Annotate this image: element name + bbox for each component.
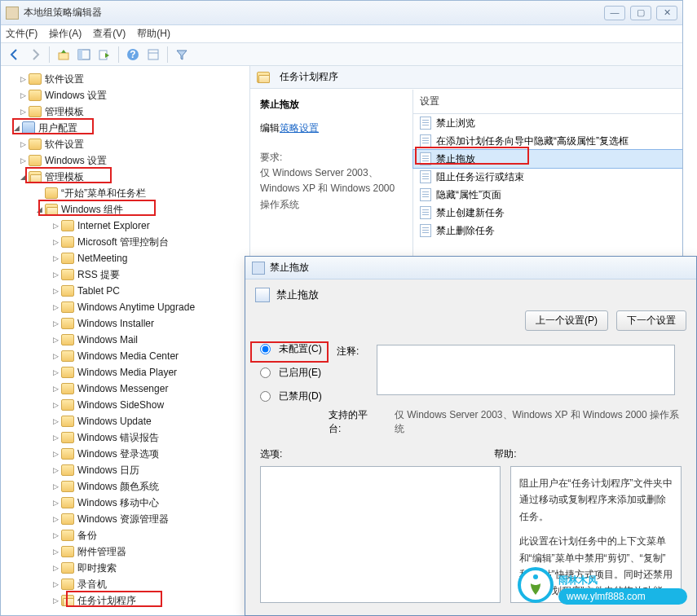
watermark: 雨林木风 www.ylmf888.com	[516, 561, 689, 609]
policy-item-icon	[420, 224, 431, 237]
tree-item[interactable]: ▷Windows 设置	[1, 152, 249, 169]
edit-label: 编辑	[260, 122, 280, 134]
policy-title: 禁止拖放	[260, 98, 403, 112]
tree-item[interactable]: ▷Windows Media Player	[1, 364, 249, 381]
svg-text:?: ?	[130, 49, 135, 60]
policy-icon	[255, 288, 270, 302]
settings-list[interactable]: 禁止浏览在添加计划任务向导中隐藏“高级属性”复选框禁止拖放阻止任务运行或结束隐藏…	[413, 114, 682, 240]
tree-item[interactable]: ▷Windows 登录选项	[1, 446, 249, 462]
tree-item[interactable]: ▷Windows 错误报告	[1, 429, 249, 446]
tree-item[interactable]: ▷Tablet PC	[1, 283, 249, 299]
tree-item[interactable]: ▷Windows Anytime Upgrade	[1, 299, 249, 315]
platform-label: 支持的平台:	[329, 408, 380, 436]
svg-rect-2	[78, 50, 82, 59]
policy-item-icon	[420, 117, 431, 130]
policy-item-icon	[420, 206, 431, 219]
tree-item[interactable]: ▷管理模板	[1, 103, 249, 120]
tree-item[interactable]: “开始”菜单和任务栏	[1, 185, 249, 201]
policy-item-icon	[420, 134, 431, 147]
tree-item[interactable]: ▷即时搜索	[1, 560, 249, 576]
tree-item[interactable]: ▷软件设置	[1, 136, 249, 152]
titlebar[interactable]: 本地组策略编辑器 — ▢ ✕	[1, 1, 682, 25]
watermark-url: www.ylmf888.com	[566, 591, 646, 602]
tree-item[interactable]: ▷软件设置	[1, 71, 249, 87]
svg-point-9	[533, 574, 538, 579]
back-button[interactable]	[6, 46, 24, 64]
settings-item[interactable]: 阻止任务运行或结束	[413, 168, 682, 186]
filter-button[interactable]	[173, 46, 191, 64]
column-labels: 选项: 帮助:	[260, 447, 686, 461]
dialog-nav: 上一个设置(P) 下一个设置	[255, 310, 686, 331]
export-button[interactable]	[95, 46, 113, 64]
settings-item[interactable]: 隐藏“属性”页面	[413, 186, 682, 204]
tree-item[interactable]: ▷Windows 日历	[1, 462, 249, 478]
settings-item[interactable]: 禁止拖放	[413, 150, 682, 168]
tree-item[interactable]: ▷Windows Messenger	[1, 381, 249, 397]
folder-icon	[257, 72, 270, 83]
policy-item-icon	[420, 152, 431, 165]
tree-item[interactable]: ▷RSS 提要	[1, 266, 249, 283]
options-box[interactable]	[260, 466, 501, 603]
prev-setting-button[interactable]: 上一个设置(P)	[525, 310, 608, 331]
forward-button[interactable]	[26, 46, 44, 64]
components-list[interactable]: ▷Internet Explorer▷Microsoft 管理控制台▷NetMe…	[1, 218, 249, 609]
show-hide-tree-button[interactable]	[75, 46, 93, 64]
tree-item[interactable]: ▷备份	[1, 527, 249, 543]
settings-column-header[interactable]: 设置	[413, 90, 682, 114]
requirements-label: 要求:	[260, 150, 403, 165]
menu-view[interactable]: 查看(V)	[93, 27, 126, 41]
tree-item-windows-components[interactable]: ◢Windows 组件	[1, 201, 249, 218]
close-button[interactable]: ✕	[656, 6, 677, 20]
radio-disabled-input[interactable]	[260, 391, 271, 402]
radio-unconfigured-input[interactable]	[260, 344, 271, 354]
settings-item[interactable]: 禁止创建新任务	[413, 204, 682, 222]
tree-item[interactable]: ▷Microsoft 管理控制台	[1, 234, 249, 250]
tree-item[interactable]: ▷Windows 移动中心	[1, 495, 249, 511]
tree-item-admin-templates[interactable]: ◢管理模板	[1, 169, 249, 185]
menubar: 文件(F) 操作(A) 查看(V) 帮助(H)	[1, 25, 682, 43]
tree-item[interactable]: ▷Windows Media Center	[1, 348, 249, 364]
dialog-heading-text: 禁止拖放	[276, 288, 319, 302]
tree-item[interactable]: ▷Windows 颜色系统	[1, 478, 249, 495]
settings-item[interactable]: 禁止浏览	[413, 114, 682, 132]
comment-label: 注释:	[337, 345, 359, 359]
policy-item-icon	[420, 188, 431, 201]
toolbar: ?	[1, 43, 682, 66]
settings-item[interactable]: 禁止删除任务	[413, 222, 682, 240]
comment-textarea[interactable]	[377, 345, 675, 395]
window-title: 本地组策略编辑器	[24, 6, 604, 20]
policy-item-icon	[420, 170, 431, 183]
next-setting-button[interactable]: 下一个设置	[616, 310, 686, 331]
maximize-button[interactable]: ▢	[630, 6, 651, 20]
tree-item[interactable]: ▷Windows Installer	[1, 315, 249, 332]
menu-action[interactable]: 操作(A)	[49, 27, 82, 41]
up-button[interactable]	[55, 46, 73, 64]
edit-policy-link[interactable]: 策略设置	[280, 122, 319, 134]
help-button[interactable]: ?	[124, 46, 142, 64]
tree-item[interactable]: ▷Windows 资源管理器	[1, 511, 249, 527]
tree-item[interactable]: ▷任务计划程序	[1, 592, 249, 609]
tree-item[interactable]: ▷附件管理器	[1, 543, 249, 560]
tree-item[interactable]: ▷Windows Update	[1, 413, 249, 429]
detail-header-title: 任务计划程序	[280, 70, 338, 84]
minimize-button[interactable]: —	[604, 6, 625, 20]
radio-enabled-input[interactable]	[260, 367, 271, 378]
menu-file[interactable]: 文件(F)	[6, 27, 37, 41]
policy-tree[interactable]: ▷软件设置 ▷Windows 设置 ▷管理模板 ◢用户配置 ▷软件设置 ▷Win…	[1, 71, 249, 218]
tree-item[interactable]: ▷NetMeeting	[1, 250, 249, 266]
tree-item-user-config[interactable]: ◢用户配置	[1, 120, 249, 136]
tree-item[interactable]: ▷Internet Explorer	[1, 218, 249, 234]
comment-row: 注释:	[337, 345, 686, 395]
properties-button[interactable]	[144, 46, 162, 64]
tree-item[interactable]: ▷Windows Mail	[1, 332, 249, 348]
tree-item[interactable]: ▷录音机	[1, 576, 249, 592]
tree-item[interactable]: ▷Windows SideShow	[1, 397, 249, 413]
settings-item[interactable]: 在添加计划任务向导中隐藏“高级属性”复选框	[413, 132, 682, 150]
menu-help[interactable]: 帮助(H)	[137, 27, 170, 41]
tree-pane[interactable]: ▷软件设置 ▷Windows 设置 ▷管理模板 ◢用户配置 ▷软件设置 ▷Win…	[1, 66, 250, 615]
dialog-titlebar[interactable]: 禁止拖放	[245, 257, 696, 279]
dialog-heading: 禁止拖放	[255, 288, 686, 302]
detail-header: 任务计划程序	[250, 66, 682, 89]
help-text-1: 阻止用户在“任务计划程序”文件夹中通过移动或复制程序来添加或删除任务。	[519, 475, 673, 525]
tree-item[interactable]: ▷Windows 设置	[1, 87, 249, 103]
